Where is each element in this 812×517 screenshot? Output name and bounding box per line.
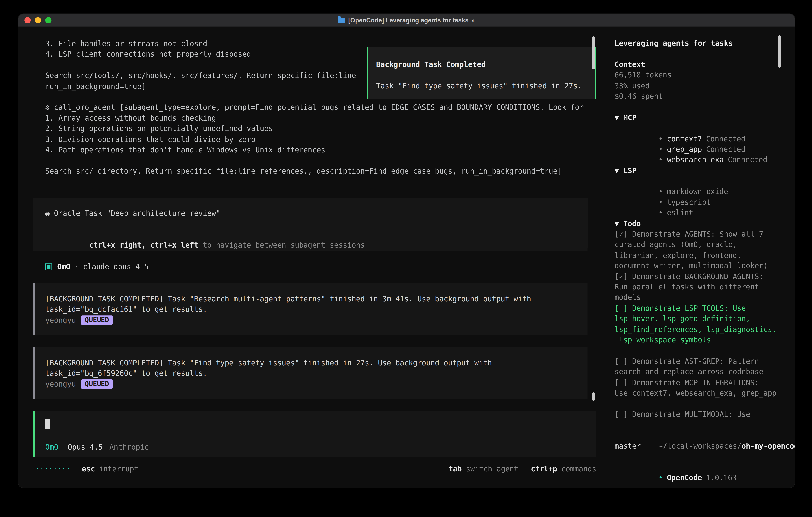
oracle-task-title: ◉ Oracle Task "Deep architecture review" xyxy=(45,208,587,219)
bullet-icon: • xyxy=(658,187,663,196)
todo-item: [✓] Demonstrate BACKGROUND AGENTS: Run p… xyxy=(615,271,795,303)
message-meta: yeongyu QUEUED xyxy=(45,379,587,389)
agent-header: OmO · claude-opus-4-5 xyxy=(45,262,149,272)
input-model-name: Opus 4.5 xyxy=(68,442,103,453)
message-author: yeongyu xyxy=(45,315,76,325)
toast-title: Background Task Completed xyxy=(376,59,595,70)
titlebar: [OpenCode] Leveraging agents for tasks ◐ xyxy=(18,14,795,27)
context-tokens: 66,518 tokens xyxy=(615,70,795,80)
todo-item: [ ] Demonstrate MULTIMODAL: Use xyxy=(615,409,795,419)
queued-message: [BACKGROUND TASK COMPLETED] Task "Find t… xyxy=(33,347,587,399)
message-author: yeongyu xyxy=(45,379,76,389)
lsp-item: •markdown-oxide xyxy=(615,176,795,186)
hint-keys: ctrl+x right, ctrl+x left xyxy=(89,241,198,249)
todo-item: [✓] Demonstrate AGENTS: Show all 7 curat… xyxy=(615,229,795,271)
context-heading: Context xyxy=(615,59,795,70)
queued-badge: QUEUED xyxy=(81,316,113,325)
session-title: Leveraging agents for tasks xyxy=(615,38,795,49)
mcp-section-heading[interactable]: ▼ MCP xyxy=(615,112,795,123)
todo-item: [ ] Demonstrate MCP INTEGRATIONS: Use co… xyxy=(615,377,795,399)
workspace-path: ~/local-workspaces/oh-my-opencode: xyxy=(615,430,795,441)
context-spent: $0.46 spent xyxy=(615,91,795,102)
message-text-line: task_id="bg_dcfac161" to get results. xyxy=(45,304,587,315)
queued-badge: QUEUED xyxy=(81,379,113,389)
mcp-item: •context7Connected xyxy=(615,123,795,133)
main-scrollbar-thumb[interactable] xyxy=(591,36,595,69)
subagent-nav-hint: ctrl+x right, ctrl+x left to navigate be… xyxy=(45,229,587,240)
context-used: 33% used xyxy=(615,80,795,91)
status-left: ········ esc interrupt xyxy=(35,464,139,474)
message-text-line: [BACKGROUND TASK COMPLETED] Task "Resear… xyxy=(45,294,587,304)
esc-key-label: interrupt xyxy=(99,464,139,474)
window-title-group: [OpenCode] Leveraging agents for tasks ◐ xyxy=(338,17,475,24)
close-window-button[interactable] xyxy=(24,17,31,23)
session-sidebar: Leveraging agents for tasks Context 66,5… xyxy=(606,27,795,488)
todo-item: [ ] Demonstrate AST-GREP: Pattern search… xyxy=(615,356,795,377)
tab-key-label: switch agent xyxy=(466,464,519,474)
prompt-input[interactable]: OmO Opus 4.5 Anthropic xyxy=(33,411,596,457)
message-meta: yeongyu QUEUED xyxy=(45,315,587,325)
bullet-icon: • xyxy=(658,473,663,482)
tab-key-hint: tab xyxy=(448,464,462,474)
window-title: [OpenCode] Leveraging agents for tasks xyxy=(348,17,468,24)
model-row: OmO Opus 4.5 Anthropic xyxy=(45,442,149,453)
main-scrollbar-thumb-lower[interactable] xyxy=(591,392,595,401)
status-right: tab switch agent ctrl+p commands xyxy=(448,464,597,474)
bullet-icon: • xyxy=(658,198,663,206)
bullet-icon: • xyxy=(658,209,663,217)
esc-key-hint: esc xyxy=(82,464,95,474)
background-task-toast: Background Task Completed Task "Find typ… xyxy=(367,47,597,99)
sidebar-scrollbar-thumb[interactable] xyxy=(778,35,781,67)
input-agent-name: OmO xyxy=(45,442,58,453)
hint-text: to navigate between subagent sessions xyxy=(198,241,365,249)
agent-model: claude-opus-4-5 xyxy=(83,262,149,272)
spinner-dots: ········ xyxy=(35,464,70,474)
traffic-lights xyxy=(24,14,51,26)
todo-item: [ ] Demonstrate LSP TOOLS: Use lsp_hover… xyxy=(615,303,795,345)
minimize-window-button[interactable] xyxy=(35,17,41,23)
agent-name: OmO xyxy=(57,262,70,272)
agent-square-icon xyxy=(45,263,52,270)
status-bar: ········ esc interrupt tab switch agent … xyxy=(35,464,597,474)
screen: [OpenCode] Leveraging agents for tasks ◐… xyxy=(0,0,812,517)
app-version: •OpenCode1.0.163 xyxy=(615,462,795,472)
queued-message: [BACKGROUND TASK COMPLETED] Task "Resear… xyxy=(33,283,587,335)
opencode-window: [OpenCode] Leveraging agents for tasks ◐… xyxy=(18,14,795,488)
bullet-icon: • xyxy=(658,134,663,143)
zoom-window-button[interactable] xyxy=(45,17,51,23)
message-text-line: [BACKGROUND TASK COMPLETED] Task "Find t… xyxy=(45,358,587,368)
separator-dot: · xyxy=(75,262,79,272)
toast-body: Task "Find type safety issues" finished … xyxy=(376,80,595,91)
half-circle-icon: ◐ xyxy=(471,17,475,23)
text-cursor xyxy=(45,419,50,429)
ctrlp-key-hint: ctrl+p xyxy=(531,464,557,474)
message-text-line: task_id="bg_6f59260c" to get results. xyxy=(45,368,587,379)
bullet-icon: • xyxy=(658,156,663,164)
bullet-icon: • xyxy=(658,145,663,153)
ctrlp-key-label: commands xyxy=(561,464,596,474)
folder-icon xyxy=(338,18,345,23)
oracle-task-panel[interactable]: ◉ Oracle Task "Deep architecture review"… xyxy=(33,197,587,251)
input-model-provider: Anthropic xyxy=(110,442,149,453)
terminal-content: 3. File handles or streams not closed 4.… xyxy=(18,27,795,488)
